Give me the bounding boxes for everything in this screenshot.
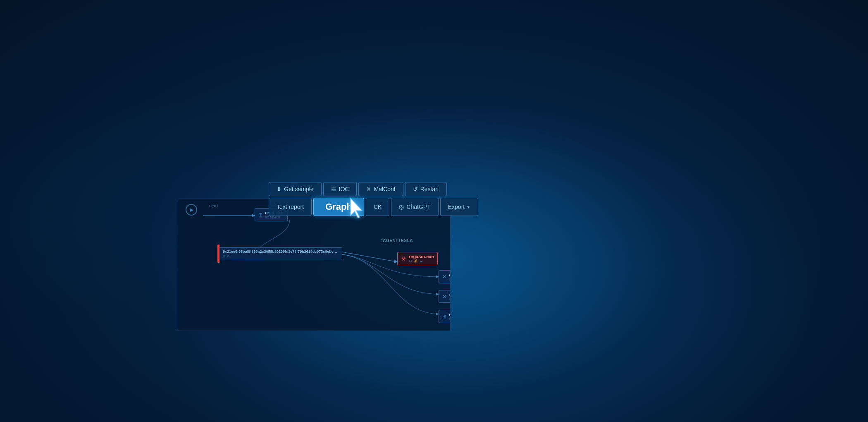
graph-button[interactable]: Graph — [313, 198, 364, 216]
grid-icon: ⊞ — [223, 254, 226, 258]
restart-button[interactable]: ↺ Restart — [405, 182, 447, 196]
node-cmd2: ⊞ cmd.exe no specs — [439, 310, 451, 323]
analysis-panel: ⬇ Get sample ☰ IOC ✕ MalConf ↺ Restart T… — [178, 199, 451, 331]
chatgpt-icon: ◎ — [399, 204, 404, 210]
attrib-icon: ✕ — [442, 274, 446, 280]
restart-icon: ↺ — [413, 186, 418, 192]
ck-button[interactable]: CK — [366, 198, 389, 216]
chevron-down-icon: ▼ — [466, 205, 470, 209]
start-label: start — [209, 203, 218, 208]
svg-line-1 — [335, 251, 397, 262]
chatgpt-button[interactable]: ◎ ChatGPT — [391, 198, 438, 216]
cmd-icon: ⊞ — [258, 212, 262, 218]
cmd2-icon: ⊞ — [442, 314, 446, 319]
graph-canvas: ▶ start ⊞ — [178, 199, 451, 331]
toolbar: ⬇ Get sample ☰ IOC ✕ MalConf ↺ Restart T… — [269, 182, 478, 216]
settings-icon: ⚙ — [409, 259, 412, 263]
node-regasm: ☣ regasm.exe ⚙ ⚡ ☁ — [397, 252, 438, 265]
text-report-button[interactable]: Text report — [269, 198, 312, 216]
play-icon: ▶ — [190, 207, 193, 213]
export-button[interactable]: Export ▼ — [440, 198, 478, 216]
bat-node: 9c21ee0f98ba8ff396a2c3058b20209fc1e71f79… — [217, 245, 342, 263]
bat-sub-icons: ⊞ ↺ — [223, 254, 339, 258]
toolbar-row1: ⬇ Get sample ☰ IOC ✕ MalConf ↺ Restart — [269, 182, 478, 196]
refresh-icon: ↺ — [227, 254, 230, 258]
node-attrib: ✕ attrib.exe no specs — [439, 270, 451, 283]
cloud-icon: ☁ — [419, 259, 423, 263]
toolbar-row2: Text report Graph CK ◎ ChatGPT Export ▼ — [269, 198, 478, 216]
malconf-button[interactable]: ✕ MalConf — [358, 182, 403, 196]
node-xcopy: ✕ xcopy.exe ⊞ — [439, 290, 451, 303]
ioc-button[interactable]: ☰ IOC — [323, 182, 357, 196]
x-icon: ✕ — [366, 186, 371, 192]
play-button[interactable]: ▶ — [186, 204, 197, 216]
download-icon: ⬇ — [277, 186, 281, 192]
agent-tesla-label: #AGENTTESLA — [380, 238, 413, 243]
regasm-icons: ⚙ ⚡ ☁ — [409, 259, 434, 263]
biohazard-icon: ☣ — [401, 255, 406, 262]
bat-box: 9c21ee0f98ba8ff396a2c3058b20209fc1e71f79… — [219, 247, 342, 260]
list-icon: ☰ — [331, 186, 336, 192]
get-sample-button[interactable]: ⬇ Get sample — [269, 182, 322, 196]
link-icon: ⚡ — [413, 259, 418, 263]
xcopy-icon: ✕ — [442, 294, 446, 300]
